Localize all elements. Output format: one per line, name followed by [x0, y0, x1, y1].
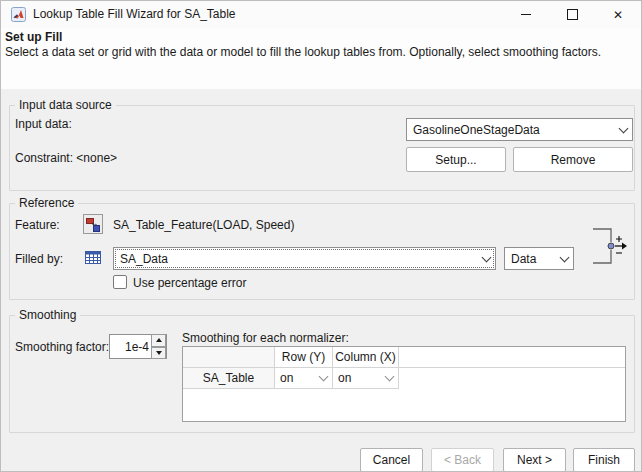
header-cell-row-y: Row (Y) [275, 347, 333, 368]
table-grid-icon [83, 247, 103, 267]
smoothing-factor-label: Smoothing factor: [15, 340, 109, 354]
chevron-down-icon [614, 119, 632, 140]
remove-button[interactable]: Remove [513, 147, 633, 172]
finish-button-label: Finish [588, 453, 620, 467]
chevron-down-icon [319, 372, 329, 382]
spinner-buttons [151, 334, 166, 359]
titlebar: Lookup Table Fill Wizard for SA_Table ✕ [1, 1, 641, 28]
close-button[interactable]: ✕ [595, 1, 641, 28]
fill-source-dropdown[interactable]: Data [504, 247, 574, 270]
input-data-dropdown[interactable]: GasolineOneStageData [406, 118, 633, 141]
back-button[interactable]: < Back [431, 448, 494, 472]
minimize-button[interactable] [503, 1, 549, 28]
close-icon: ✕ [613, 9, 623, 21]
feature-label: Feature: [15, 218, 60, 232]
row-y-value: on [280, 371, 293, 385]
column-x-value: on [338, 371, 351, 385]
filled-by-value: SA_Data [120, 252, 477, 266]
smoothing-factor-spinner[interactable]: 1e-4 [109, 334, 167, 359]
input-data-label: Input data: [15, 117, 72, 131]
row-filler [399, 368, 625, 389]
input-data-source-group-label: Input data source [15, 98, 116, 113]
setup-button[interactable]: Setup... [406, 147, 506, 172]
row-name-cell: SA_Table [183, 368, 275, 389]
cancel-button-label: Cancel [373, 453, 410, 467]
header-cell-empty [183, 347, 275, 368]
setup-button-label: Setup... [435, 153, 476, 167]
feature-model-icon [83, 214, 103, 234]
input-data-value: GasolineOneStageData [413, 123, 614, 137]
finish-button[interactable]: Finish [573, 448, 635, 472]
filled-by-label: Filled by: [15, 252, 63, 266]
fill-source-value: Data [511, 252, 555, 266]
smoothing-factor-value[interactable]: 1e-4 [112, 335, 149, 358]
use-percentage-error-label: Use percentage error [133, 276, 246, 290]
next-button-label: Next > [517, 453, 552, 467]
lookup-table-fill-wizard-window: Lookup Table Fill Wizard for SA_Table ✕ … [0, 0, 642, 472]
normalizer-table: Row (Y) Column (X) SA_Table on on [182, 346, 626, 422]
chevron-down-icon [477, 248, 495, 269]
header-filler [399, 347, 625, 368]
window-title: Lookup Table Fill Wizard for SA_Table [33, 1, 236, 28]
constraint-label: Constraint: <none> [15, 151, 117, 165]
cancel-button[interactable]: Cancel [360, 448, 423, 472]
page-title: Set up Fill [5, 30, 62, 44]
triangle-down-icon [156, 351, 162, 355]
triangle-up-icon [156, 338, 162, 342]
normalizer-table-header-row: Row (Y) Column (X) [183, 347, 625, 368]
filled-by-combobox[interactable]: SA_Data [113, 247, 496, 270]
next-button[interactable]: Next > [503, 448, 566, 472]
use-percentage-error-checkbox[interactable] [113, 275, 127, 289]
page-description: Select a data set or grid with the data … [5, 45, 601, 59]
column-x-dropdown-cell[interactable]: on [333, 368, 399, 389]
minimize-icon [521, 14, 531, 15]
normalizer-table-label: Smoothing for each normalizer: [182, 331, 349, 345]
normalizer-table-row: SA_Table on on [183, 368, 625, 389]
maximize-icon [567, 9, 578, 20]
chevron-down-icon [385, 372, 395, 382]
spinner-up-button[interactable] [151, 334, 166, 347]
maximize-button[interactable] [549, 1, 595, 28]
spinner-down-button[interactable] [151, 347, 166, 360]
smoothing-group-label: Smoothing [15, 308, 80, 323]
header-cell-column-x: Column (X) [333, 347, 399, 368]
window-controls: ✕ [503, 1, 641, 28]
remove-button-label: Remove [551, 153, 596, 167]
back-button-label: < Back [444, 453, 481, 467]
fill-connector-icon [589, 221, 633, 271]
chevron-down-icon [555, 248, 573, 269]
matlab-app-icon [11, 7, 26, 22]
reference-group-label: Reference [15, 196, 78, 211]
feature-value: SA_Table_Feature(LOAD, Speed) [113, 218, 294, 232]
row-y-dropdown-cell[interactable]: on [275, 368, 333, 389]
